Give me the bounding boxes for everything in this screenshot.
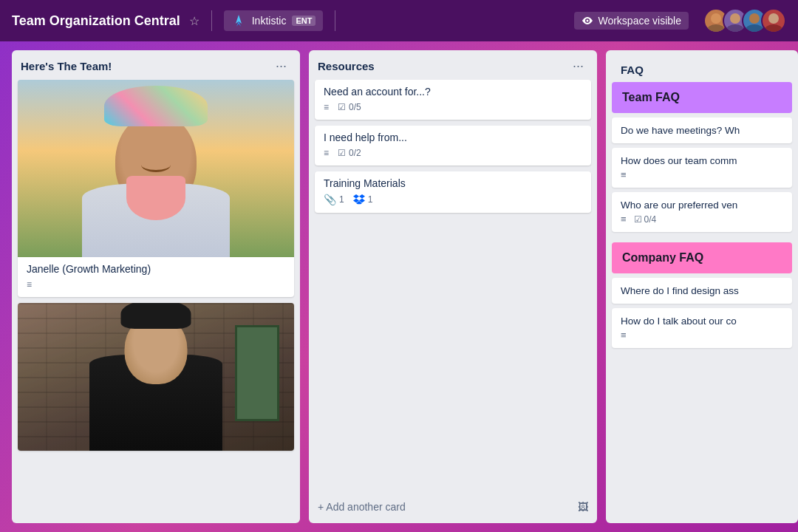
vendors-faq-title: Who are our preferred ven — [621, 200, 783, 211]
workspace-selector[interactable]: Inktistic ENT — [224, 10, 324, 31]
meetings-faq-title: Do we have meetings? Wh — [621, 125, 783, 136]
vendors-checklist-count: 0/4 — [644, 214, 657, 225]
help-card-meta: ≡ ☑ 0/2 — [324, 148, 582, 158]
visibility-label: Workspace visible — [598, 15, 681, 27]
account-card-title: Need an account for...? — [324, 86, 582, 98]
svg-point-3 — [711, 13, 721, 24]
faq-column-title: FAQ — [621, 64, 644, 76]
person2-card[interactable] — [18, 303, 294, 451]
team-column-header: Here's The Team! ··· — [12, 50, 300, 80]
svg-point-6 — [726, 24, 744, 32]
avatars-group — [703, 8, 786, 33]
resources-column-header: Resources ··· — [309, 50, 597, 80]
team-column: Here's The Team! ··· — [12, 50, 300, 523]
training-card-content: Training Materials 📎 1 1 — [315, 171, 591, 213]
faq-column: FAQ Team FAQ Do we have meetings? Wh How… — [606, 50, 798, 523]
svg-point-7 — [749, 13, 760, 24]
dropbox-icon — [353, 194, 365, 205]
svg-point-9 — [768, 13, 779, 24]
company-talk-faq-title: How do I talk about our co — [621, 316, 783, 327]
add-card-label: + Add another card — [318, 501, 406, 513]
training-attachment-meta: 📎 1 — [324, 194, 344, 205]
checklist-icon: ☑ — [338, 148, 346, 158]
workspace-name: Inktistic — [252, 15, 287, 27]
add-card-button[interactable]: + Add another card 🖼 — [312, 497, 594, 517]
visibility-icon — [582, 15, 593, 27]
account-checklist-meta: ☑ 0/5 — [338, 102, 361, 112]
company-talk-description-icon: ≡ — [621, 330, 627, 341]
vendors-description-icon: ≡ — [621, 214, 627, 225]
app-header: Team Organization Central ☆ Inktistic EN… — [0, 0, 798, 41]
team-column-title: Here's The Team! — [21, 60, 112, 72]
design-faq-card[interactable]: Where do I find design ass — [612, 278, 792, 304]
company-faq-label: Company FAQ — [622, 251, 703, 264]
meetings-faq-card[interactable]: Do we have meetings? Wh — [612, 117, 792, 143]
janelle-card-content: Janelle (Growth Marketing) ≡ — [18, 257, 294, 297]
training-card-title: Training Materials — [324, 177, 582, 189]
help-description-meta: ≡ — [324, 148, 329, 158]
team-column-body: Janelle (Growth Marketing) ≡ — [12, 80, 300, 523]
comm-faq-card[interactable]: How does our team comm ≡ — [612, 148, 792, 188]
team-faq-section-header[interactable]: Team FAQ — [612, 82, 792, 113]
janelle-card-title: Janelle (Growth Marketing) — [27, 263, 285, 275]
janelle-card[interactable]: Janelle (Growth Marketing) ≡ — [18, 80, 294, 297]
attachment-icon: 📎 — [324, 194, 336, 205]
header-divider-2 — [335, 10, 335, 31]
svg-point-4 — [707, 24, 725, 32]
description-icon: ≡ — [324, 148, 329, 158]
header-divider — [211, 10, 212, 31]
vendors-faq-card[interactable]: Who are our preferred ven ≡ ☑ 0/4 — [612, 192, 792, 232]
comm-faq-title: How does our team comm — [621, 155, 783, 166]
board: Here's The Team! ··· — [0, 41, 798, 532]
avatar[interactable] — [761, 8, 786, 33]
visibility-button[interactable]: Workspace visible — [574, 12, 689, 30]
janelle-description-icon: ≡ — [27, 279, 32, 290]
resources-column: Resources ··· Need an account for...? ≡ … — [309, 50, 597, 523]
account-card-content: Need an account for...? ≡ ☑ 0/5 — [315, 80, 591, 120]
template-icon[interactable]: 🖼 — [578, 501, 588, 513]
star-button[interactable]: ☆ — [189, 14, 200, 28]
vendors-faq-meta: ≡ ☑ 0/4 — [621, 214, 783, 225]
description-icon: ≡ — [27, 279, 32, 290]
company-faq-section-header[interactable]: Company FAQ — [612, 242, 792, 273]
training-attachment-count: 1 — [339, 194, 344, 205]
board-title: Team Organization Central — [12, 13, 180, 29]
faq-column-header: FAQ — [612, 56, 792, 82]
description-icon: ≡ — [324, 102, 329, 112]
design-faq-title: Where do I find design ass — [621, 285, 783, 296]
account-card-meta: ≡ ☑ 0/5 — [324, 102, 582, 112]
atlassian-logo-icon — [231, 13, 246, 28]
company-talk-faq-card[interactable]: How do I talk about our co ≡ — [612, 308, 792, 348]
help-card-title: I need help from... — [324, 132, 582, 143]
team-column-menu-button[interactable]: ··· — [271, 58, 291, 74]
svg-point-10 — [765, 24, 782, 32]
comm-faq-meta: ≡ — [621, 169, 783, 180]
vendors-checklist-meta: ☑ 0/4 — [634, 214, 657, 225]
janelle-card-image — [18, 80, 294, 257]
checklist-icon: ☑ — [634, 214, 642, 225]
account-card[interactable]: Need an account for...? ≡ ☑ 0/5 — [315, 80, 591, 120]
training-card[interactable]: Training Materials 📎 1 1 — [315, 171, 591, 213]
person2-card-image — [18, 303, 294, 451]
team-faq-label: Team FAQ — [622, 91, 680, 103]
help-checklist-count: 0/2 — [349, 148, 361, 158]
janelle-card-meta: ≡ — [27, 279, 285, 290]
svg-point-2 — [587, 20, 589, 22]
svg-point-8 — [746, 24, 763, 32]
training-card-meta: 📎 1 1 — [324, 194, 582, 205]
help-card[interactable]: I need help from... ≡ ☑ 0/2 — [315, 126, 591, 166]
training-dropbox-meta: 1 — [353, 194, 373, 205]
help-card-content: I need help from... ≡ ☑ 0/2 — [315, 126, 591, 166]
resources-column-title: Resources — [318, 60, 375, 72]
company-talk-faq-meta: ≡ — [621, 330, 783, 341]
resources-column-menu-button[interactable]: ··· — [568, 58, 588, 74]
comm-description-icon: ≡ — [621, 169, 627, 180]
svg-point-5 — [730, 13, 740, 24]
account-description-meta: ≡ — [324, 102, 329, 112]
workspace-tier-badge: ENT — [292, 16, 316, 26]
account-checklist-count: 0/5 — [349, 102, 361, 112]
resources-column-body: Need an account for...? ≡ ☑ 0/5 I — [309, 80, 597, 497]
help-checklist-meta: ☑ 0/2 — [338, 148, 361, 158]
training-dropbox-count: 1 — [368, 194, 373, 205]
checklist-icon: ☑ — [338, 102, 346, 112]
